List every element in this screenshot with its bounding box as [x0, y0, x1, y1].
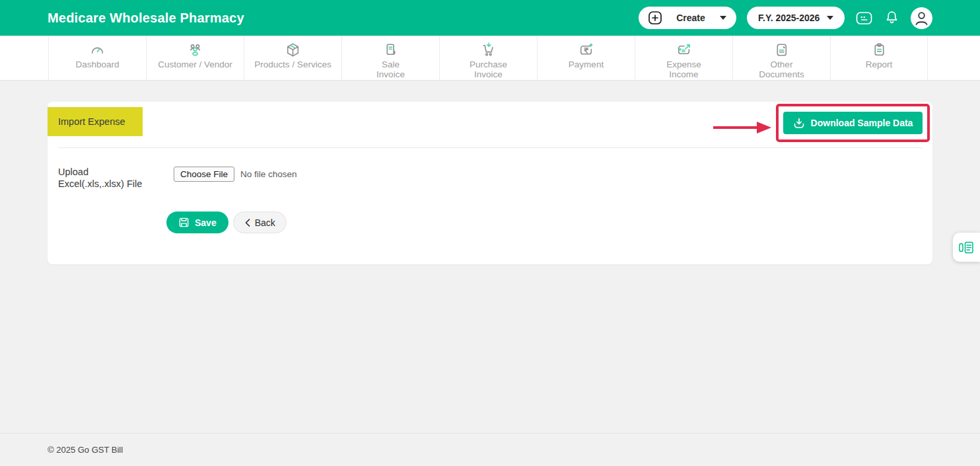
import-expense-card: Import Expense Download Sample Data Uplo… — [48, 102, 932, 264]
tab-purchase-invoice[interactable]: Purchase Invoice — [439, 36, 537, 80]
chevron-left-icon — [244, 218, 250, 227]
back-button[interactable]: Back — [233, 212, 287, 233]
main-nav: Dashboard Customer / Vendor Products / S… — [0, 36, 980, 81]
choose-file-button[interactable]: Choose File — [174, 167, 234, 182]
caret-down-icon — [720, 16, 726, 20]
tab-label: Sale Invoice — [376, 60, 405, 79]
annotation-highlight-box: Download Sample Data — [776, 104, 930, 142]
gauge-icon — [89, 42, 106, 58]
download-sample-data-button[interactable]: Download Sample Data — [783, 112, 923, 134]
tab-label: Payment — [569, 60, 604, 70]
wallet-arrow-out-icon — [676, 42, 692, 58]
download-button-label: Download Sample Data — [811, 118, 913, 128]
tab-dashboard[interactable]: Dashboard — [48, 36, 146, 80]
app-title: Medicare Wholesale Pharmacy — [48, 11, 244, 26]
document-clock-icon — [773, 42, 790, 58]
tab-label: Report — [866, 60, 893, 70]
pen-and-notes-icon — [958, 241, 975, 254]
fiscal-year-label: F.Y. 2025-2026 — [758, 13, 820, 23]
upload-field-label: Upload Excel(.xls,.xlsx) File — [58, 166, 142, 190]
tab-label: Products / Services — [254, 60, 331, 70]
footer: © 2025 Go GST Bill — [0, 433, 980, 466]
create-button[interactable]: Create — [639, 7, 736, 29]
create-button-label: Create — [676, 13, 705, 23]
clipboard-icon — [871, 42, 888, 58]
app-header: Medicare Wholesale Pharmacy Create F.Y. … — [0, 0, 980, 36]
plus-square-icon — [648, 11, 662, 24]
save-button-label: Save — [195, 217, 217, 228]
fiscal-year-dropdown[interactable]: F.Y. 2025-2026 — [747, 7, 845, 29]
tab-label: Other Documents — [759, 60, 804, 79]
back-button-label: Back — [255, 217, 275, 228]
tab-label: Purchase Invoice — [470, 60, 507, 79]
form-actions: Save Back — [166, 212, 287, 233]
invoice-document-icon — [382, 42, 399, 58]
tab-label: Dashboard — [75, 60, 119, 70]
download-icon — [793, 118, 805, 129]
header-actions: Create F.Y. 2025-2026 — [639, 7, 932, 29]
page: Medicare Wholesale Pharmacy Create F.Y. … — [0, 0, 980, 466]
tab-customer-vendor[interactable]: Customer / Vendor — [146, 36, 244, 80]
tab-other-documents[interactable]: Other Documents — [732, 36, 830, 80]
tab-products-services[interactable]: Products / Services — [244, 36, 341, 80]
file-status-text: No file chosen — [240, 169, 297, 179]
caret-down-icon — [827, 16, 833, 20]
save-disk-icon — [178, 217, 190, 228]
page-title: Import Expense — [48, 107, 143, 136]
divider — [58, 147, 922, 148]
file-input: Choose File No file chosen — [174, 167, 297, 182]
tab-sale-invoice[interactable]: Sale Invoice — [341, 36, 439, 80]
package-box-icon — [285, 42, 301, 58]
tab-label: Customer / Vendor — [158, 60, 232, 70]
tab-report[interactable]: Report — [830, 36, 928, 80]
bell-icon[interactable] — [883, 9, 900, 26]
user-avatar-icon[interactable] — [911, 7, 932, 29]
tab-expense-income[interactable]: Expense Income — [635, 36, 732, 80]
cart-down-arrow-icon — [480, 42, 497, 58]
side-widget-button[interactable] — [953, 233, 980, 262]
save-button[interactable]: Save — [166, 212, 228, 233]
feedback-message-icon[interactable] — [855, 9, 872, 26]
copyright-text: © 2025 Go GST Bill — [48, 445, 123, 455]
tab-label: Expense Income — [666, 60, 701, 79]
people-group-icon — [187, 42, 203, 58]
rupee-card-icon — [578, 42, 594, 58]
tab-payment[interactable]: Payment — [537, 36, 635, 80]
annotation-arrow — [712, 120, 773, 135]
